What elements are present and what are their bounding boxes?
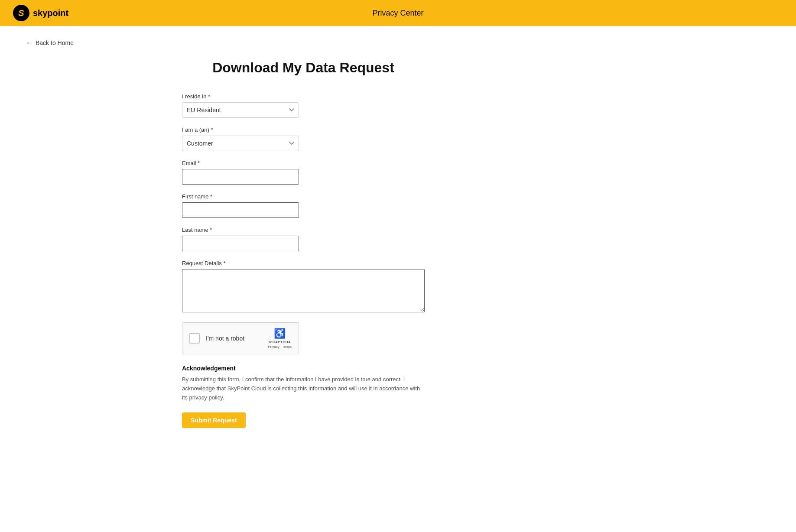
lastname-label: Last name * bbox=[182, 227, 425, 233]
main-content: ← Back to Home Download My Data Request … bbox=[0, 26, 607, 454]
email-label: Email * bbox=[182, 160, 425, 166]
back-to-home-label: Back to Home bbox=[36, 39, 74, 46]
iam-group: I am a (an) * Customer Employee Other bbox=[182, 127, 425, 151]
acknowledgement-section: Acknowledgement By submitting this form,… bbox=[182, 365, 425, 402]
request-details-textarea[interactable] bbox=[182, 269, 425, 312]
firstname-label: First name * bbox=[182, 193, 425, 200]
recaptcha-brand: reCAPTCHA bbox=[269, 340, 291, 344]
request-details-group: Request Details * bbox=[182, 260, 425, 314]
iam-label: I am a (an) * bbox=[182, 127, 425, 133]
firstname-input[interactable] bbox=[182, 202, 299, 218]
recaptcha-checkbox[interactable] bbox=[189, 333, 200, 344]
back-to-home-link[interactable]: ← Back to Home bbox=[26, 39, 581, 47]
iam-select[interactable]: Customer Employee Other bbox=[182, 136, 299, 151]
recaptcha-logo: ♿ reCAPTCHA Privacy · Terms bbox=[268, 328, 292, 349]
recaptcha-icon: ♿ bbox=[274, 328, 286, 339]
logo-icon: S bbox=[13, 5, 29, 21]
page-header: S skypoint Privacy Center bbox=[0, 0, 796, 26]
logo-area: S skypoint bbox=[13, 5, 68, 21]
back-arrow-icon: ← bbox=[26, 39, 33, 47]
recaptcha-label: I'm not a robot bbox=[206, 335, 262, 342]
reside-group: I reside in * EU Resident California Res… bbox=[182, 93, 425, 118]
email-group: Email * bbox=[182, 160, 425, 185]
recaptcha-links: Privacy · Terms bbox=[268, 345, 292, 349]
reside-label: I reside in * bbox=[182, 93, 425, 100]
reside-select[interactable]: EU Resident California Resident Other bbox=[182, 102, 299, 118]
lastname-group: Last name * bbox=[182, 227, 425, 251]
request-details-label: Request Details * bbox=[182, 260, 425, 266]
submit-button[interactable]: Submit Request bbox=[182, 412, 246, 428]
header-title: Privacy Center bbox=[372, 9, 423, 18]
logo-text: skypoint bbox=[33, 8, 68, 18]
page-title: Download My Data Request bbox=[26, 60, 581, 76]
lastname-input[interactable] bbox=[182, 236, 299, 251]
request-form: I reside in * EU Resident California Res… bbox=[182, 93, 425, 428]
acknowledgement-title: Acknowledgement bbox=[182, 365, 425, 372]
firstname-group: First name * bbox=[182, 193, 425, 218]
acknowledgement-text: By submitting this form, I confirm that … bbox=[182, 375, 425, 402]
recaptcha-widget[interactable]: I'm not a robot ♿ reCAPTCHA Privacy · Te… bbox=[182, 322, 299, 354]
email-input[interactable] bbox=[182, 169, 299, 185]
